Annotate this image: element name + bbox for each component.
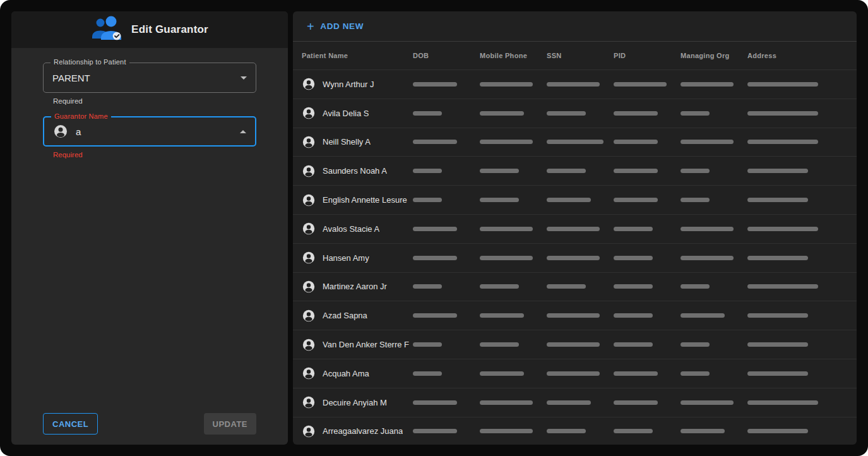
table-toolbar: + ADD NEW <box>293 11 857 42</box>
masked-data-bar <box>614 371 658 376</box>
masked-data-bar <box>480 371 524 376</box>
table-row[interactable]: Decuire Anyiah M <box>293 388 857 417</box>
masked-data-bar <box>681 371 710 376</box>
masked-data-bar <box>681 227 734 231</box>
masked-data-bar <box>747 429 808 433</box>
edit-guarantor-dialog: Edit Guarantor Relationship to Patient P… <box>11 11 288 445</box>
masked-data-bar <box>480 342 519 347</box>
patient-avatar-icon <box>302 280 316 294</box>
masked-data-bar <box>413 82 457 87</box>
column-header-patient-name: Patient Name <box>302 52 413 59</box>
cancel-button[interactable]: CANCEL <box>43 413 98 435</box>
chevron-up-icon <box>240 130 246 133</box>
masked-data-bar <box>547 371 600 376</box>
masked-data-bar <box>614 227 653 231</box>
masked-data-bar <box>614 198 658 202</box>
masked-data-bar <box>413 169 442 173</box>
masked-data-bar <box>614 429 653 433</box>
masked-data-bar <box>681 140 734 144</box>
masked-data-bar <box>681 256 734 260</box>
table-row[interactable]: Martinez Aaron Jr <box>293 272 857 301</box>
masked-data-bar <box>413 140 457 144</box>
masked-data-bar <box>747 256 808 260</box>
masked-data-bar <box>480 169 519 173</box>
column-header-address: Address <box>747 52 848 59</box>
masked-data-bar <box>747 342 808 347</box>
relationship-to-patient-select[interactable]: Relationship to Patient PARENT <box>43 63 256 93</box>
table-row[interactable]: Avila Delia S <box>293 99 857 128</box>
table-row[interactable]: Van Den Anker Sterre F <box>293 330 857 359</box>
masked-data-bar <box>547 342 600 347</box>
masked-data-bar <box>480 227 533 231</box>
masked-data-bar <box>614 256 653 260</box>
masked-data-bar <box>480 429 533 433</box>
table-row[interactable]: Avalos Stacie A <box>293 214 857 243</box>
patient-avatar-icon <box>302 77 316 91</box>
table-row[interactable]: Wynn Arthur J <box>293 69 857 99</box>
masked-data-bar <box>547 313 600 318</box>
table-row[interactable]: Acquah Ama <box>293 359 857 388</box>
add-new-label: ADD NEW <box>320 21 364 31</box>
dialog-body: Relationship to Patient PARENT Required … <box>11 49 288 404</box>
person-circle-icon <box>53 124 68 139</box>
masked-data-bar <box>681 82 734 87</box>
masked-data-bar <box>547 169 586 173</box>
patient-name: Acquah Ama <box>323 369 369 378</box>
patient-name: Arreagaalvarez Juana <box>323 426 403 436</box>
column-header-ssn: SSN <box>547 52 614 59</box>
masked-data-bar <box>480 111 524 116</box>
dialog-header: Edit Guarantor <box>11 11 288 49</box>
patient-avatar-icon <box>302 106 316 120</box>
guarantor-people-check-icon <box>91 16 124 44</box>
table-row[interactable]: Azad Sapna <box>293 301 857 330</box>
masked-data-bar <box>547 111 586 116</box>
masked-data-bar <box>747 371 808 376</box>
masked-data-bar <box>413 227 457 231</box>
patient-avatar-icon <box>302 309 316 323</box>
masked-data-bar <box>480 313 524 318</box>
table-row[interactable]: Arreagaalvarez Juana <box>293 417 857 445</box>
patient-avatar-icon <box>302 366 316 380</box>
guarantor-name-combobox[interactable]: Guarantor Name a <box>43 116 256 147</box>
table-row[interactable]: Saunders Noah A <box>293 156 857 185</box>
patient-avatar-icon <box>302 193 316 207</box>
masked-data-bar <box>480 140 533 144</box>
table-row[interactable]: Neill Shelly A <box>293 128 857 157</box>
table-row[interactable]: English Annette Lesure <box>293 185 857 214</box>
masked-data-bar <box>614 284 653 289</box>
masked-data-bar <box>547 198 591 202</box>
patient-name: Wynn Arthur J <box>323 80 374 89</box>
masked-data-bar <box>681 111 710 116</box>
patient-table-panel: + ADD NEW Patient NameDOBMobile PhoneSSN… <box>293 11 857 445</box>
table-body: Wynn Arthur JAvila Delia SNeill Shelly A… <box>293 69 857 445</box>
update-button[interactable]: UPDATE <box>204 413 256 435</box>
guarantor-error-text: Required <box>53 151 256 159</box>
patient-avatar-icon <box>302 251 316 265</box>
patient-avatar-icon <box>302 424 316 438</box>
masked-data-bar <box>413 342 442 347</box>
patient-name: Azad Sapna <box>323 311 367 320</box>
guarantor-name-value: a <box>76 126 81 137</box>
column-header-managing-org: Managing Org <box>681 52 747 59</box>
masked-data-bar <box>547 140 603 144</box>
table-row[interactable]: Hansen Amy <box>293 243 857 272</box>
patient-avatar-icon <box>302 164 316 178</box>
patient-name: Decuire Anyiah M <box>323 398 387 407</box>
masked-data-bar <box>547 284 586 289</box>
patient-name: Hansen Amy <box>323 253 369 263</box>
masked-data-bar <box>413 371 442 376</box>
masked-data-bar <box>681 342 710 347</box>
column-header-dob: DOB <box>413 52 480 59</box>
masked-data-bar <box>614 313 653 318</box>
masked-data-bar <box>747 198 808 202</box>
relationship-label: Relationship to Patient <box>51 58 129 66</box>
masked-data-bar <box>480 400 533 405</box>
masked-data-bar <box>681 169 710 173</box>
dialog-footer: CANCEL UPDATE <box>11 404 288 445</box>
patient-name: Saunders Noah A <box>323 166 387 176</box>
relationship-value: PARENT <box>52 73 90 83</box>
add-new-button[interactable]: + ADD NEW <box>300 16 370 37</box>
masked-data-bar <box>547 227 600 231</box>
masked-data-bar <box>413 256 457 260</box>
masked-data-bar <box>681 284 710 289</box>
